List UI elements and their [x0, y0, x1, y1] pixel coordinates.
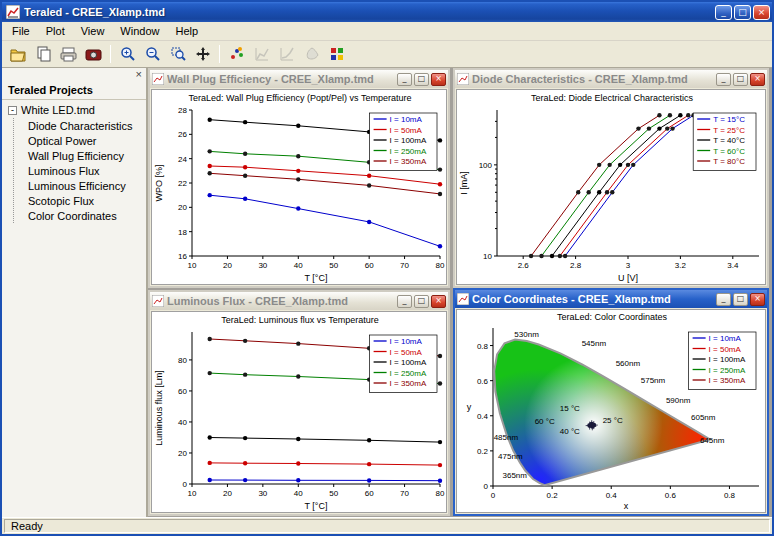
scatter-plot-button[interactable]	[225, 43, 248, 65]
open-folder-icon	[10, 47, 27, 62]
svg-text:I = 50mA: I = 50mA	[709, 345, 742, 354]
child-maximize-button[interactable]: □	[733, 293, 748, 306]
svg-text:0.6: 0.6	[477, 377, 489, 386]
main-area: × Teraled Projects - White LED.tmd Diode…	[2, 68, 772, 517]
svg-text:TeraLed: Luminous flux vs Temp: TeraLed: Luminous flux vs Temperature	[221, 315, 378, 325]
svg-text:530nm: 530nm	[514, 330, 539, 339]
menu-file[interactable]: File	[4, 23, 38, 39]
mdi-workspace: Wall Plug Efficiency - CREE_Xlamp.tmd _ …	[148, 68, 772, 517]
zoom-out-button[interactable]	[141, 43, 164, 65]
zoom-region-icon	[170, 46, 186, 62]
svg-text:I = 250mA: I = 250mA	[390, 369, 427, 378]
panel-close-button[interactable]: ×	[136, 68, 142, 81]
child-close-button[interactable]: ×	[431, 73, 446, 86]
maximize-button[interactable]: □	[734, 5, 751, 20]
svg-text:60: 60	[365, 489, 374, 498]
zoom-region-button[interactable]	[166, 43, 189, 65]
svg-text:10: 10	[483, 252, 492, 261]
child-close-button[interactable]: ×	[431, 295, 446, 308]
tree-item-color-coordinates[interactable]: Color Coordinates	[26, 208, 144, 223]
line-plot-secondary-icon	[279, 46, 295, 62]
pan-button[interactable]	[191, 43, 214, 65]
svg-text:I = 10mA: I = 10mA	[390, 115, 423, 124]
child-close-button[interactable]: ×	[750, 73, 765, 86]
zoom-in-button[interactable]	[116, 43, 139, 65]
menu-plot[interactable]: Plot	[38, 23, 73, 39]
svg-text:28: 28	[178, 106, 187, 115]
child-minimize-button[interactable]: _	[716, 73, 731, 86]
child-titlebar[interactable]: Color Coordinates - CREE_Xlamp.tmd _ □ ×	[455, 290, 767, 308]
svg-text:3.4: 3.4	[727, 261, 739, 270]
minimize-button[interactable]: _	[715, 5, 732, 20]
child-titlebar[interactable]: Diode Characteristics - CREE_Xlamp.tmd _…	[455, 70, 767, 88]
svg-text:25 °C: 25 °C	[603, 416, 623, 425]
svg-text:80: 80	[178, 356, 187, 365]
child-titlebar[interactable]: Wall Plug Efficiency - CREE_Xlamp.tmd _ …	[150, 70, 448, 88]
line-plot-button[interactable]	[250, 43, 273, 65]
child-minimize-button[interactable]: _	[397, 295, 412, 308]
child-titlebar[interactable]: Luminous Flux - CREE_Xlamp.tmd _ □ ×	[150, 292, 448, 310]
line-plot-secondary-button[interactable]	[275, 43, 298, 65]
menubar: File Plot View Window Help	[2, 22, 772, 41]
chart-area: TeraLed: Luminous flux vs Temperature102…	[151, 311, 447, 513]
screenshot-button[interactable]	[82, 43, 105, 65]
svg-text:T [°C]: T [°C]	[305, 273, 328, 283]
toolbar-separator	[110, 45, 111, 63]
child-maximize-button[interactable]: □	[733, 73, 748, 86]
wall-plug-efficiency-chart: TeraLed: Wall Plug Efficiency (Popt/Pel)…	[152, 90, 447, 284]
svg-text:0.2: 0.2	[477, 447, 489, 456]
child-window-title: Color Coordinates - CREE_Xlamp.tmd	[472, 293, 714, 305]
tree-item-optical-power[interactable]: Optical Power	[26, 133, 144, 148]
cie-plot-icon	[304, 46, 320, 62]
toolbar	[2, 41, 772, 68]
child-minimize-button[interactable]: _	[397, 73, 412, 86]
svg-text:T = 25°C: T = 25°C	[713, 126, 745, 135]
tree-item-diode-characteristics[interactable]: Diode Characteristics	[26, 118, 144, 133]
luminous-flux-chart: TeraLed: Luminous flux vs Temperature102…	[152, 312, 447, 512]
application-window: Teraled - CREE_Xlamp.tmd _ □ × File Plot…	[0, 0, 774, 536]
child-maximize-button[interactable]: □	[414, 73, 429, 86]
status-text: Ready	[4, 519, 770, 533]
svg-text:I = 50mA: I = 50mA	[390, 348, 423, 357]
tree-item-luminous-flux[interactable]: Luminous Flux	[26, 163, 144, 178]
cie-plot-button[interactable]	[300, 43, 323, 65]
svg-text:560nm: 560nm	[616, 359, 641, 368]
chart-window-icon	[152, 295, 164, 307]
svg-text:I = 100mA: I = 100mA	[390, 358, 427, 367]
tree-item-wall-plug-efficiency[interactable]: Wall Plug Efficiency	[26, 148, 144, 163]
svg-text:70: 70	[400, 489, 409, 498]
tree-expand-icon[interactable]: -	[8, 106, 17, 115]
svg-text:I [mA]: I [mA]	[459, 171, 469, 195]
svg-text:T = 80°C: T = 80°C	[713, 157, 745, 166]
window-title: Teraled - CREE_Xlamp.tmd	[24, 6, 713, 18]
window-wall-plug-efficiency: Wall Plug Efficiency - CREE_Xlamp.tmd _ …	[148, 68, 450, 288]
tree-item-luminous-efficiency[interactable]: Luminous Efficiency	[26, 178, 144, 193]
menu-help[interactable]: Help	[167, 23, 206, 39]
child-maximize-button[interactable]: □	[414, 295, 429, 308]
svg-text:0.6: 0.6	[665, 491, 677, 500]
svg-text:590nm: 590nm	[666, 396, 691, 405]
svg-text:x: x	[624, 501, 629, 511]
tree-item-scotopic-flux[interactable]: Scotopic Flux	[26, 193, 144, 208]
svg-text:24: 24	[178, 155, 187, 164]
copy-button[interactable]	[32, 43, 55, 65]
svg-text:0.4: 0.4	[477, 412, 489, 421]
pan-icon	[195, 46, 211, 62]
tree-root-white-led[interactable]: - White LED.tmd	[8, 104, 144, 116]
print-icon	[60, 47, 77, 62]
open-button[interactable]	[7, 43, 30, 65]
close-button[interactable]: ×	[753, 5, 770, 20]
svg-text:0.8: 0.8	[477, 342, 489, 351]
print-button[interactable]	[57, 43, 80, 65]
svg-text:T = 15°C: T = 15°C	[713, 115, 745, 124]
svg-text:20: 20	[223, 489, 232, 498]
menu-view[interactable]: View	[73, 23, 113, 39]
color-grid-button[interactable]	[325, 43, 348, 65]
child-minimize-button[interactable]: _	[716, 293, 731, 306]
titlebar[interactable]: Teraled - CREE_Xlamp.tmd _ □ ×	[2, 2, 772, 22]
toolbar-separator	[219, 45, 220, 63]
svg-text:545nm: 545nm	[582, 339, 607, 348]
menu-window[interactable]: Window	[112, 23, 167, 39]
svg-text:2.8: 2.8	[570, 261, 582, 270]
child-close-button[interactable]: ×	[750, 293, 765, 306]
